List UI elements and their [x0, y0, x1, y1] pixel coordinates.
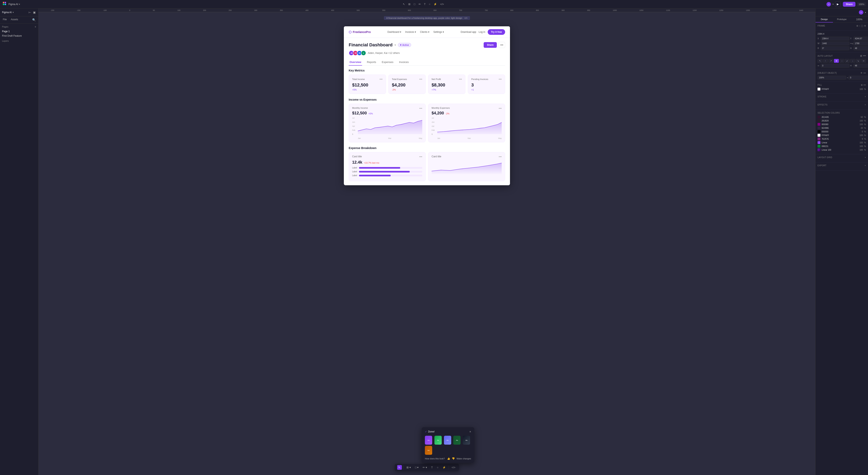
align-bottom[interactable]: ↓ [850, 59, 855, 63]
tab-expenses[interactable]: Expenses [381, 59, 394, 66]
chart-more-expenses[interactable]: ••• [499, 107, 502, 110]
appearance-eye-icon[interactable]: 👁 [861, 72, 863, 74]
export-add[interactable]: + [865, 164, 866, 167]
sidebar-page-feature[interactable]: First Draft Feature [0, 34, 38, 38]
appearance-dots-icon[interactable]: ••• [864, 72, 866, 74]
theme-amber[interactable]: Aa [425, 446, 432, 455]
frame-icon-2[interactable]: ↕ [859, 25, 860, 27]
metric-more-3[interactable]: ••• [499, 77, 502, 81]
expense-line-more[interactable]: ••• [499, 155, 502, 158]
fill-icon[interactable]: ⊞ [861, 84, 863, 86]
position-x-input[interactable] [821, 37, 849, 40]
nav-clients[interactable]: Clients ▾ [420, 31, 429, 33]
chart-more-income[interactable]: ••• [419, 107, 422, 110]
swatch-5[interactable] [817, 134, 820, 137]
right-tab-zoom[interactable]: 100% [850, 16, 868, 23]
swatch-0[interactable] [817, 115, 820, 118]
position-r-input[interactable] [821, 46, 849, 50]
stroke-add[interactable]: + [865, 96, 866, 98]
rect-tool[interactable]: □ [412, 2, 417, 7]
swatch-6[interactable] [817, 137, 820, 140]
hint-code-btn[interactable]: </> [464, 17, 467, 19]
sidebar-page-1[interactable]: Page 1 [0, 29, 38, 34]
align-space[interactable]: ⇔ [861, 59, 866, 63]
nav-download-link[interactable]: Download app [461, 31, 476, 33]
appearance-blur-input[interactable] [848, 76, 868, 79]
fill-swatch[interactable] [817, 88, 820, 91]
auto-layout-dots[interactable]: ••• [863, 55, 866, 57]
align-center[interactable]: ⊕ [834, 59, 839, 63]
move-tool[interactable]: ↖ [401, 2, 406, 7]
effects-add[interactable]: + [865, 104, 866, 106]
text-tool[interactable]: T [423, 2, 427, 7]
ai-thumbs-up[interactable]: 👍 [447, 457, 450, 460]
theme-green[interactable]: Aa [434, 436, 442, 445]
toolbar-cursor-btn[interactable]: ↖ [397, 465, 402, 470]
plugin-tool[interactable]: ⚡ [432, 2, 438, 7]
right-tab-prototype[interactable]: Prototype [833, 16, 850, 23]
tab-overview[interactable]: Overview [349, 59, 362, 66]
expense-card-more[interactable]: ••• [419, 155, 422, 158]
frame-icon-3[interactable]: ◯ [861, 25, 863, 27]
auto-layout-icon[interactable]: ⊞ [860, 55, 862, 57]
nav-file[interactable]: File [2, 18, 7, 22]
nav-try-btn[interactable]: Try it free [488, 29, 505, 35]
appearance-opacity-input[interactable] [817, 76, 846, 79]
play-button[interactable]: ▶ [835, 1, 840, 7]
figma-menu-button[interactable] [2, 1, 7, 7]
toolbar-text-btn[interactable]: T [430, 465, 434, 470]
frame-icon-1[interactable]: ⊞ [857, 25, 858, 27]
more-button[interactable]: ••• [498, 42, 505, 48]
figma-share-button[interactable]: Share [843, 2, 855, 7]
align-bottom-left[interactable]: ↙ [845, 59, 849, 63]
frame-icon-4[interactable]: ⚙ [864, 25, 866, 27]
swatch-4[interactable] [817, 130, 820, 133]
ai-thumbs-down[interactable]: 👎 [452, 457, 455, 460]
zoom-level[interactable]: 100% [857, 2, 866, 6]
nav-assets[interactable]: Assets [10, 18, 19, 22]
title-edit-icon[interactable]: ▾ [395, 43, 396, 46]
swatch-3[interactable] [817, 127, 820, 129]
align-top-right[interactable]: ↗ [829, 59, 833, 63]
align-top-left[interactable]: ↖ [817, 59, 823, 63]
circle-tool[interactable]: ○ [428, 2, 432, 7]
sidebar-expand-btn[interactable]: ⊢ [28, 10, 32, 14]
nav-dashboard[interactable]: Dashboard ▾ [388, 31, 401, 33]
swatch-1[interactable] [817, 119, 820, 122]
swatch-7[interactable] [817, 145, 820, 147]
align-bottom-right[interactable]: ↘ [856, 59, 861, 63]
swatch-linear-2[interactable] [817, 148, 820, 151]
auto-layout-gap-h[interactable] [821, 64, 849, 68]
ai-make-changes-btn[interactable]: Make changes [457, 457, 471, 460]
position-y-input[interactable] [854, 37, 868, 40]
right-tab-design[interactable]: Design [815, 16, 833, 23]
swatch-2[interactable] [817, 123, 820, 126]
share-button[interactable]: Share [484, 42, 497, 48]
position-w-input[interactable] [821, 41, 849, 45]
position-hug-input[interactable] [854, 41, 868, 45]
ai-close-btn[interactable]: × [469, 430, 471, 433]
auto-layout-gap-v[interactable] [854, 64, 868, 68]
metric-more-2[interactable]: ••• [459, 77, 462, 81]
sidebar-search-btn[interactable]: 🔍 [32, 18, 36, 22]
frame-tool[interactable]: ⊞ [407, 2, 412, 7]
nav-invoices[interactable]: Invoices ▾ [405, 31, 416, 33]
toolbar-frame-btn[interactable]: ⊞ ▾ [405, 465, 412, 470]
align-top[interactable]: ↑ [823, 59, 828, 63]
theme-indigo[interactable]: Aa [444, 436, 451, 445]
fill-dots[interactable]: ••• [864, 84, 866, 86]
align-right[interactable]: → [839, 59, 844, 63]
toolbar-plugin-btn[interactable]: ⚡ [441, 465, 447, 470]
position-h-input[interactable] [854, 46, 868, 50]
theme-dark-green[interactable]: Aa [453, 436, 461, 445]
toolbar-code-btn[interactable]: </> [451, 465, 457, 470]
tab-reports[interactable]: Reports [366, 59, 377, 66]
swatch-linear-1[interactable] [817, 141, 820, 144]
toolbar-rect-btn[interactable]: □ ▾ [414, 465, 420, 470]
code-tool[interactable]: </> [439, 2, 445, 7]
toolbar-circle-btn[interactable]: ○ [436, 465, 440, 470]
add-page-btn[interactable]: + [35, 25, 36, 28]
toolbar-pen-btn[interactable]: ✏ ▾ [422, 465, 428, 470]
theme-dark[interactable]: Aa [463, 436, 470, 445]
nav-settings[interactable]: Settings ▾ [433, 31, 444, 33]
